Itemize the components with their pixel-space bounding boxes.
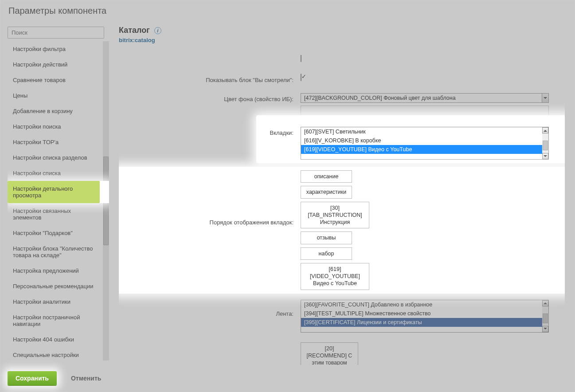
listbox-lenta[interactable]: [360][FAVORITE_COUNT] Добавлено в избран… [301, 300, 549, 333]
scrollbar-thumb[interactable] [543, 141, 548, 150]
listbox-scrollbar[interactable] [542, 127, 548, 159]
search-input[interactable] [8, 27, 104, 39]
sidebar-item[interactable]: Настройки ТОР'а [8, 134, 100, 150]
sidebar-item[interactable]: Специальные настройки [8, 347, 100, 361]
sidebar-item[interactable]: Настройки действий [8, 57, 100, 72]
window-title: Параметры компонента [0, 0, 575, 22]
listbox-tabs[interactable]: [607][SVET] Светильник [616][V_KOROBKE] … [301, 127, 549, 160]
component-id: bitrix:catalog [119, 37, 565, 43]
chevron-down-icon[interactable] [542, 94, 548, 102]
order-item[interactable]: характеристики [301, 186, 352, 198]
sidebar-item[interactable]: Персональные рекомендации [8, 278, 100, 294]
sidebar-list: Настройки фильтра Настройки действий Сра… [8, 41, 109, 361]
label-order: Порядок отображения вкладок: [119, 170, 301, 226]
cancel-button[interactable]: Отменить [63, 371, 109, 385]
save-button[interactable]: Сохранить [8, 371, 57, 385]
listbox-option[interactable]: [616][V_KOROBKE] В коробке [301, 136, 548, 145]
sidebar-item[interactable]: Настройки "Подарков" [8, 225, 100, 241]
sidebar-item[interactable]: Настройки связанных элементов [8, 203, 100, 225]
tab-order-list: описание характеристики [30][TAB_INSTRUC… [301, 170, 565, 290]
info-icon[interactable]: i [154, 27, 161, 34]
sidebar-item[interactable]: Настройка предложений [8, 263, 100, 278]
sidebar-item[interactable]: Настройки аналитики [8, 294, 100, 310]
select-bgcolor[interactable]: [472][BACKGROUND_COLOR] Фоновый цвет для… [301, 93, 549, 103]
order-item[interactable]: набор [301, 247, 352, 260]
sidebar-item[interactable]: Настройки списка разделов [8, 150, 100, 165]
sidebar: Настройки фильтра Настройки действий Сра… [0, 22, 109, 365]
listbox-option[interactable]: [360][FAVORITE_COUNT] Добавлено в избран… [301, 300, 548, 309]
sidebar-item-active[interactable]: Настройки детального просмотра [8, 181, 100, 203]
sidebar-item[interactable]: Цены [8, 88, 100, 103]
sidebar-item[interactable]: Настройки блока "Количество товара на ск… [8, 241, 100, 263]
main-panel: Каталог i bitrix:catalog . Показывать бл… [109, 22, 575, 365]
order-item[interactable]: описание [301, 170, 352, 183]
recommend-item[interactable]: [20][RECOMMEND] С этим товаром покупают [301, 342, 358, 365]
scroll-down-icon[interactable] [542, 326, 548, 332]
checkbox[interactable] [301, 55, 301, 62]
order-item[interactable]: [619][VIDEO_YOUTUBE] Видео с YouTube [301, 263, 369, 290]
sidebar-item[interactable]: Настройки поиска [8, 119, 100, 134]
label-tabs: Вкладки: [119, 127, 301, 136]
label-viewed: Показывать блок "Вы смотрели": [119, 74, 301, 83]
listbox-option-selected[interactable]: [619][VIDEO_YOUTUBE] Видео с YouTube [301, 145, 548, 154]
listbox-option[interactable]: [607][SVET] Светильник [301, 127, 548, 136]
sidebar-item[interactable]: Сравнение товаров [8, 72, 100, 88]
listbox-option-selected[interactable]: [395][CERTIFICATE] Лицензии и сертификат… [301, 318, 548, 327]
sidebar-item[interactable]: Настройки постраничной навигации [8, 310, 100, 332]
listbox-scrollbar[interactable] [542, 300, 548, 332]
sidebar-item[interactable]: Настройки списка [8, 165, 100, 181]
page-title: Каталог [119, 26, 150, 35]
sidebar-item[interactable]: Добавление в корзину [8, 103, 100, 119]
listbox-option[interactable]: [394][TEST_MULTIPLE] Множественное свойс… [301, 309, 548, 318]
sidebar-item[interactable]: Настройки 404 ошибки [8, 332, 100, 347]
order-item[interactable]: [30][TAB_INSTRUCTION] Инструкция [301, 202, 369, 229]
scroll-up-icon[interactable] [542, 127, 548, 133]
label-lenta: Лента: [119, 300, 301, 317]
order-item[interactable]: отзывы [301, 231, 352, 244]
scroll-down-icon[interactable] [542, 153, 548, 159]
label-bgcolor: Цвет фона (свойство ИБ): [119, 93, 301, 102]
checkbox-viewed[interactable] [301, 74, 301, 81]
sidebar-item[interactable]: Настройки фильтра [8, 41, 100, 57]
scrollbar-thumb[interactable] [543, 314, 548, 323]
scroll-up-icon[interactable] [542, 300, 548, 306]
